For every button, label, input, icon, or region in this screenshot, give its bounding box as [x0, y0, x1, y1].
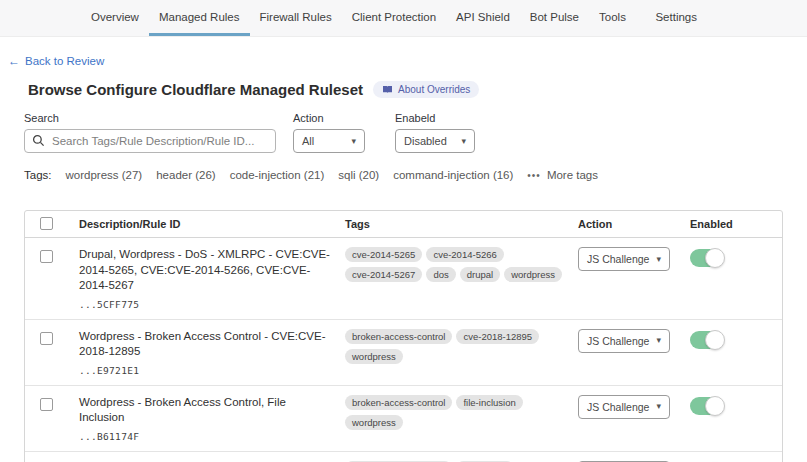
rule-description: Drupal, Wordpress - DoS - XMLRPC - CVE:C…	[79, 247, 331, 294]
chevron-down-icon: ▾	[656, 402, 661, 411]
nav-tab-label: Firewall Rules	[260, 11, 332, 23]
search-input[interactable]	[24, 129, 276, 153]
nav-tab-settings[interactable]: Settings	[645, 0, 707, 36]
tag-pill: cve-2014-5267	[345, 267, 422, 282]
tags-bar: Tags: wordpress (27)header (26)code-inje…	[24, 169, 807, 181]
filter-tag[interactable]: sqli (20)	[338, 169, 379, 181]
rules-table: Description/Rule ID Tags Action Enabled …	[24, 210, 783, 462]
action-filter-value: All	[302, 135, 314, 147]
rule-action-cell: JS Challenge ▾	[578, 395, 690, 442]
rule-description-cell: Wordpress - Broken Access Control - CVE:…	[79, 329, 345, 376]
chevron-down-icon: ▾	[656, 336, 661, 345]
tag-pill: drupal	[460, 267, 500, 282]
tag-pill: file-inclusion	[456, 395, 522, 410]
nav-tab-label: Settings	[655, 11, 697, 23]
rule-enabled-cell	[690, 247, 782, 310]
rule-tags-cell: cve-2014-5265cve-2014-5266cve-2014-5267d…	[345, 247, 578, 310]
tags-bar-label: Tags:	[24, 169, 52, 181]
filter-tag[interactable]: code-injection (21)	[230, 169, 325, 181]
enabled-toggle[interactable]	[690, 331, 724, 349]
tag-pill: wordpress	[345, 415, 403, 430]
nav-tab-label: Bot Pulse	[530, 11, 579, 23]
nav-tab-client-protection[interactable]: Client Protection	[342, 0, 446, 36]
row-checkbox[interactable]	[40, 250, 53, 263]
enabled-filter-label: Enabeld	[395, 112, 475, 124]
header-action: Action	[578, 218, 690, 230]
row-checkbox[interactable]	[40, 332, 53, 345]
nav-tab-overview[interactable]: Overview	[81, 0, 149, 36]
badge-label: About Overrides	[398, 84, 470, 95]
tag-pill: cve-2014-5266	[426, 247, 503, 262]
action-select-value: JS Challenge	[587, 401, 649, 413]
rule-enabled-cell	[690, 395, 782, 442]
filter-tag[interactable]: header (26)	[156, 169, 215, 181]
action-select-value: JS Challenge	[587, 253, 649, 265]
nav-tabs: Overview Managed Rules Firewall Rules Cl…	[81, 0, 636, 36]
nav-tab-api-shield[interactable]: API Shield	[446, 0, 520, 36]
enabled-toggle[interactable]	[690, 249, 724, 267]
tag-pill: cve-2018-12895	[456, 329, 539, 344]
filter-tag[interactable]: wordpress (27)	[66, 169, 143, 181]
nav-tab-bot-pulse[interactable]: Bot Pulse	[520, 0, 589, 36]
action-select[interactable]: JS Challenge ▾	[578, 247, 670, 271]
rule-action-cell: JS Challenge ▾	[578, 329, 690, 376]
rule-enabled-cell	[690, 329, 782, 376]
nav-tab-label: Tools	[599, 11, 626, 23]
action-filter-select[interactable]: All ▾	[293, 129, 365, 153]
tag-pill: broken-access-control	[345, 395, 452, 410]
table-row: Drupal, Wordpress - DoS - XMLRPC - CVE:C…	[25, 238, 782, 320]
toggle-knob	[705, 330, 725, 350]
nav-tab-label: Client Protection	[352, 11, 436, 23]
row-checkbox[interactable]	[40, 398, 53, 411]
chevron-down-icon: ▾	[656, 255, 661, 264]
enabled-toggle[interactable]	[690, 397, 724, 415]
tags-list: wordpress (27)header (26)code-injection …	[66, 169, 514, 181]
header-checkbox-cell	[25, 217, 79, 232]
action-select-value: JS Challenge	[587, 335, 649, 347]
rule-id: ...B61174F	[79, 431, 345, 442]
rule-description-cell: Wordpress - Broken Access Control, File …	[79, 395, 345, 442]
select-all-checkbox[interactable]	[40, 217, 53, 230]
tag-pill: dos	[426, 267, 455, 282]
search-icon	[32, 134, 45, 147]
toggle-knob	[705, 396, 725, 416]
rule-tags-cell: broken-access-controlfile-inclusionwordp…	[345, 395, 578, 442]
search-label: Search	[24, 112, 276, 124]
header-enabled: Enabled	[690, 218, 782, 230]
tag-pill: cve-2014-5265	[345, 247, 422, 262]
table-row: Wordpress - Broken Access Control - CVE:…	[25, 320, 782, 386]
rule-id: ...E9721E1	[79, 365, 345, 376]
chevron-down-icon: ▾	[351, 137, 356, 146]
nav-tab-firewall-rules[interactable]: Firewall Rules	[250, 0, 342, 36]
action-select[interactable]: JS Challenge ▾	[578, 395, 670, 419]
header-description: Description/Rule ID	[79, 218, 345, 230]
row-checkbox-cell	[25, 247, 79, 310]
nav-tab-tools[interactable]: Tools	[589, 0, 636, 36]
back-arrow-icon: ←	[8, 54, 20, 68]
back-to-review-link[interactable]: ← Back to Review	[0, 37, 104, 68]
nav-tab-label: API Shield	[456, 11, 510, 23]
tag-pill: wordpress	[504, 267, 562, 282]
toggle-knob	[705, 248, 725, 268]
more-tags-label: More tags	[547, 169, 598, 181]
action-filter-label: Action	[293, 112, 365, 124]
action-select[interactable]: JS Challenge ▾	[578, 329, 670, 353]
tag-pill: wordpress	[345, 349, 403, 364]
ellipsis-icon: •••	[527, 170, 541, 181]
enabled-filter-block: Enabeld Disabled ▾	[395, 112, 475, 153]
filter-tag[interactable]: command-injection (16)	[393, 169, 513, 181]
rule-description-cell: Drupal, Wordpress - DoS - XMLRPC - CVE:C…	[79, 247, 345, 310]
tag-pill: broken-access-control	[345, 329, 452, 344]
row-checkbox-cell	[25, 329, 79, 376]
about-overrides-badge[interactable]: About Overrides	[373, 81, 479, 98]
table-row: Wordpress - Broken Access Control - Upda…	[25, 452, 782, 462]
table-header: Description/Rule ID Tags Action Enabled	[25, 211, 782, 238]
enabled-filter-select[interactable]: Disabled ▾	[395, 129, 475, 153]
row-checkbox-cell	[25, 395, 79, 442]
back-link-label: Back to Review	[25, 55, 104, 67]
chevron-down-icon: ▾	[461, 137, 466, 146]
nav-tab-managed-rules[interactable]: Managed Rules	[149, 0, 250, 36]
header-tags: Tags	[345, 218, 578, 230]
table-body: Drupal, Wordpress - DoS - XMLRPC - CVE:C…	[25, 238, 782, 462]
more-tags-link[interactable]: ••• More tags	[527, 169, 598, 181]
